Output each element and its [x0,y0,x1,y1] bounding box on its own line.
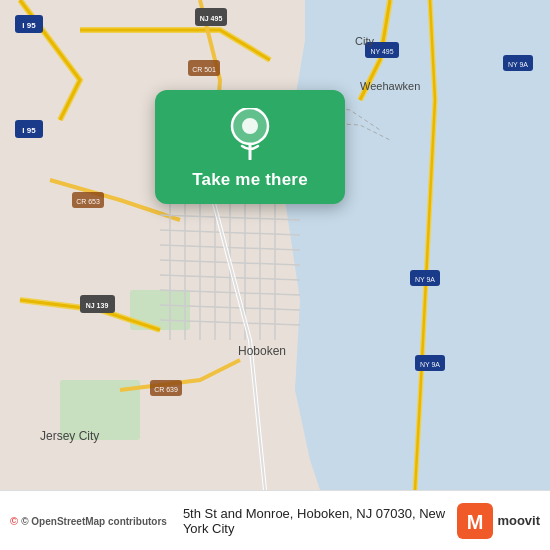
svg-text:M: M [467,511,484,533]
moovit-icon: M [457,503,493,539]
svg-text:NY 9A: NY 9A [508,61,528,68]
svg-text:NJ 139: NJ 139 [86,302,109,309]
svg-point-53 [242,118,258,134]
svg-text:CR 639: CR 639 [154,386,178,393]
osm-logo: © © OpenStreetMap contributors [10,515,167,527]
svg-text:I 95: I 95 [22,21,36,30]
take-me-there-button[interactable]: Take me there [155,90,345,204]
svg-rect-4 [0,0,310,490]
svg-text:Jersey City: Jersey City [40,429,99,443]
map-container: I 95 NJ 495 CR 501 CR 653 NJ 139 I 95 CR… [0,0,550,490]
svg-text:NY 9A: NY 9A [415,276,435,283]
osm-contributors: © OpenStreetMap contributors [21,516,167,527]
svg-text:Hoboken: Hoboken [238,344,286,358]
svg-text:City: City [355,35,374,47]
svg-text:NY 495: NY 495 [370,48,393,55]
svg-text:NJ 495: NJ 495 [200,15,223,22]
svg-text:Weehawken: Weehawken [360,80,420,92]
moovit-text: moovit [497,513,540,528]
svg-text:CR 501: CR 501 [192,66,216,73]
address-text: 5th St and Monroe, Hoboken, NJ 07030, Ne… [175,506,449,536]
bottom-bar: © © OpenStreetMap contributors 5th St an… [0,490,550,550]
moovit-logo: M moovit [457,503,540,539]
location-pin-icon [228,108,272,160]
svg-text:CR 653: CR 653 [76,198,100,205]
svg-text:I 95: I 95 [22,126,36,135]
svg-text:NY 9A: NY 9A [420,361,440,368]
take-me-there-label: Take me there [192,170,308,190]
